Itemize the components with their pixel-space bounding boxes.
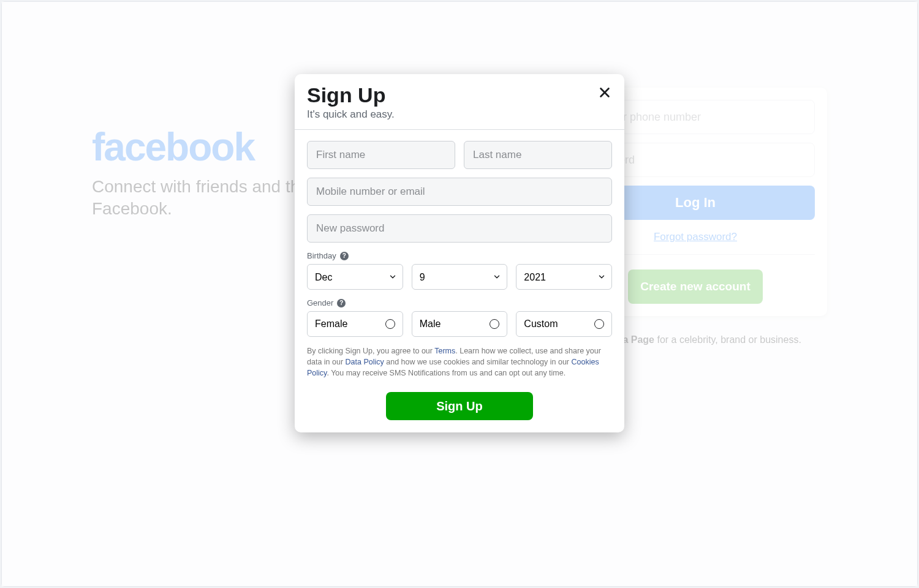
close-icon xyxy=(598,86,611,99)
birthday-day-select[interactable]: 9 xyxy=(412,264,508,290)
signup-modal: Sign Up It's quick and easy. Birthday ? … xyxy=(295,74,624,432)
radio-icon xyxy=(385,319,395,329)
modal-subtitle: It's quick and easy. xyxy=(307,108,612,121)
new-password-field[interactable] xyxy=(307,214,612,243)
gender-option-custom[interactable]: Custom xyxy=(516,311,612,337)
birthday-year-select[interactable]: 2021 xyxy=(516,264,612,290)
gender-option-female[interactable]: Female xyxy=(307,311,403,337)
radio-icon xyxy=(594,319,604,329)
help-icon[interactable]: ? xyxy=(337,299,346,307)
contact-field[interactable] xyxy=(307,178,612,206)
birthday-month-select[interactable]: Dec xyxy=(307,264,403,290)
legal-text: By clicking Sign Up, you agree to our Te… xyxy=(307,345,612,379)
modal-title: Sign Up xyxy=(307,83,612,107)
gender-option-male[interactable]: Male xyxy=(412,311,508,337)
first-name-field[interactable] xyxy=(307,141,455,169)
terms-link[interactable]: Terms xyxy=(434,347,455,355)
close-button[interactable] xyxy=(596,84,613,101)
birthday-label: Birthday ? xyxy=(307,251,612,260)
last-name-field[interactable] xyxy=(464,141,612,169)
help-icon[interactable]: ? xyxy=(340,252,349,260)
data-policy-link[interactable]: Data Policy xyxy=(346,358,384,366)
signup-button[interactable]: Sign Up xyxy=(386,392,533,420)
modal-header: Sign Up It's quick and easy. xyxy=(295,74,624,130)
radio-icon xyxy=(490,319,499,329)
modal-body: Birthday ? Dec 9 202 xyxy=(295,130,624,432)
gender-label: Gender ? xyxy=(307,298,612,307)
app-frame: facebook Connect with friends and the wo… xyxy=(1,1,918,587)
